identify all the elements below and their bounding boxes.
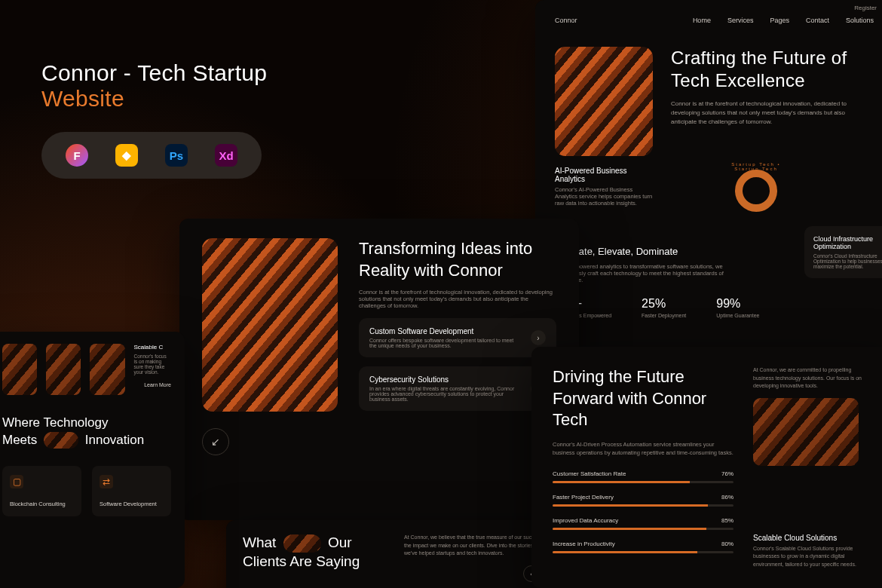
hero-tagline-desc: From AI-powered analytics to transformat…: [555, 263, 743, 283]
bar-value: 86%: [721, 494, 733, 501]
badge-ring-icon: [735, 170, 777, 212]
hero-heading: Crafting the Future of Tech Excellence: [671, 47, 874, 92]
bar-value: 85%: [721, 517, 733, 524]
testimonials-heading: What Our Clients Are Saying: [243, 534, 386, 571]
bar-value: 76%: [721, 470, 733, 477]
progress-bar: Faster Project Delivery86%: [553, 494, 733, 507]
cube-icon: ▢: [10, 475, 23, 488]
service-desc: In an era where digital threats are cons…: [369, 386, 520, 402]
service-card[interactable]: ⇄ Software Development: [92, 466, 171, 516]
testimonials-panel: What Our Clients Are Saying At Connor, w…: [226, 520, 580, 588]
photoshop-icon: Ps: [165, 144, 188, 167]
service-item[interactable]: Custom Software Development Connor offer…: [359, 318, 556, 357]
prev-arrow-button[interactable]: ↙: [202, 428, 229, 455]
figma-icon: F: [66, 144, 88, 167]
hero-side-card: Cloud Infrastructure Optimization Connor…: [804, 226, 882, 278]
service-title: Custom Software Development: [369, 327, 520, 335]
transform-panel: Transforming Ideas into Reality with Con…: [179, 219, 579, 520]
future-side-desc: Connor's Scalable Cloud Solutions provid…: [753, 545, 866, 569]
hero-card-desc: Connor's AI-Powered Business Analytics s…: [555, 186, 653, 207]
left-heading: Where Technology Meets Innovation: [2, 415, 171, 449]
service-item[interactable]: Cybersecurity Solutions In an era where …: [359, 366, 556, 411]
bar-label: Improved Data Accuracy: [553, 517, 618, 524]
learn-more-link[interactable]: Learn More: [134, 382, 171, 387]
service-title: Cybersecurity Solutions: [369, 375, 520, 384]
service-label: Software Development: [100, 501, 164, 507]
side-card-title: Cloud Infrastructure Optimization: [813, 235, 882, 250]
progress-bar: Improved Data Accuracy85%: [553, 517, 733, 530]
inline-chip-image: [44, 432, 78, 449]
transform-desc: Connor is at the forefront of technologi…: [359, 289, 555, 309]
brand-logo[interactable]: Connor: [555, 17, 577, 24]
bar-label: Increase in Productivity: [553, 541, 615, 547]
hero-image: [555, 47, 653, 156]
nav-services[interactable]: Services: [727, 17, 754, 24]
register-link[interactable]: Register: [854, 5, 877, 11]
hero-panel: Register Connor Home Services Pages Cont…: [535, 0, 882, 347]
future-heading: Driving the Future Forward with Connor T…: [553, 366, 733, 431]
arrows-icon: ⇄: [100, 475, 113, 488]
stat-label: Faster Deployment: [642, 313, 686, 318]
nav-pages[interactable]: Pages: [770, 17, 789, 24]
service-label: Blockchain Consulting: [10, 501, 74, 507]
thumb-image: [2, 344, 37, 395]
transform-heading: Transforming Ideas into Reality with Con…: [359, 238, 556, 281]
bar-value: 80%: [721, 541, 733, 547]
sketch-icon: ◆: [115, 144, 138, 167]
bar-label: Customer Satisfaction Rate: [553, 470, 626, 477]
promo-title: Connor - Tech Startup Website: [41, 60, 267, 112]
future-side-image: [753, 398, 859, 466]
future-panel: Driving the Future Forward with Connor T…: [531, 347, 882, 588]
nav-home[interactable]: Home: [693, 17, 711, 24]
nav-solutions[interactable]: Solutions: [846, 17, 874, 24]
stat-label: Uptime Guarantee: [716, 313, 759, 318]
future-side-title: Scalable Cloud Solutions: [753, 534, 872, 542]
bar-label: Faster Project Delivery: [553, 494, 614, 501]
chevron-right-icon[interactable]: ›: [531, 330, 546, 345]
hero-card-title: AI-Powered Business Analytics: [555, 167, 653, 183]
nav-contact[interactable]: Contact: [806, 17, 829, 24]
service-card[interactable]: ▢ Blockchain Consulting: [2, 466, 81, 516]
badge-ring-text: Startup Tech • Startup Tech: [727, 162, 785, 171]
thumb-image: [46, 344, 81, 395]
stat-value: 25%: [642, 297, 686, 311]
adobe-xd-icon: Xd: [215, 144, 237, 167]
inline-chip-image: [283, 534, 321, 553]
stat-value: 99%: [716, 297, 759, 311]
tool-pill: F ◆ Ps Xd: [41, 132, 262, 179]
future-lead: Connor's AI-Driven Process Automation se…: [553, 440, 733, 458]
progress-bar: Increase in Productivity80%: [553, 541, 733, 553]
scalable-desc: Connor's focus is on making sure they ta…: [134, 354, 171, 375]
title-line1: Connor - Tech Startup: [41, 60, 267, 85]
future-side-blurb: At Connor, we are committed to propellin…: [753, 366, 866, 390]
hero-sub: Connor is at the forefront of technologi…: [671, 100, 859, 127]
thumb-image: [90, 344, 124, 395]
title-line2: Website: [41, 86, 124, 111]
transform-image: [202, 238, 338, 412]
side-card-desc: Connor's Cloud Infrastructure Optimizati…: [813, 253, 882, 269]
scalable-title: Scalable C: [134, 344, 171, 351]
service-desc: Connor offers bespoke software developme…: [369, 338, 520, 348]
left-panel: Scalable C Connor's focus is on making s…: [0, 332, 185, 588]
progress-bar: Customer Satisfaction Rate76%: [553, 470, 733, 483]
